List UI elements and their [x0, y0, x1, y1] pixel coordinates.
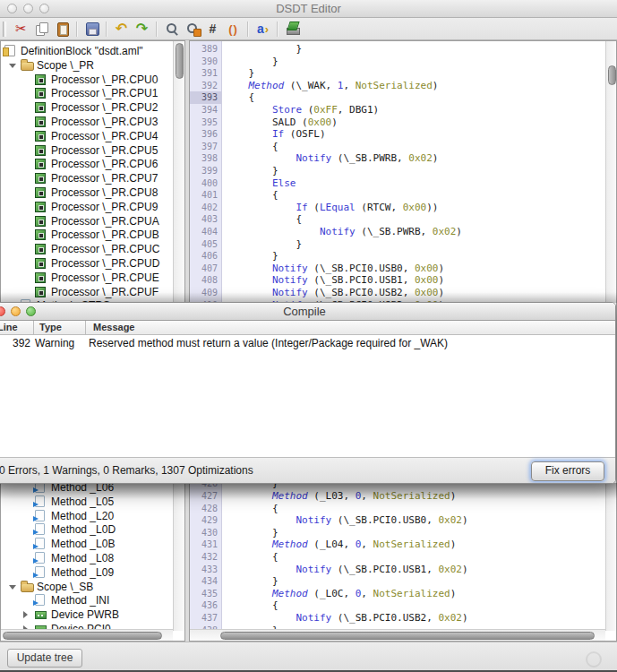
code-line[interactable]: Notify (\_SB.PCI0.USB0, 0x02): [225, 514, 468, 527]
code-line[interactable]: Notify (\_SB.PCI0.USB0, 0x00): [225, 263, 444, 275]
tree-item-method-ini[interactable]: Method _INI: [1, 593, 173, 607]
code-line[interactable]: Notify (\_SB.PCI0.USB2, 0x00): [225, 287, 444, 299]
column-header-message[interactable]: Message: [86, 321, 615, 334]
code-token: [225, 588, 272, 599]
tree-item-method-l08[interactable]: Method _L08: [1, 551, 173, 565]
code-line[interactable]: {: [225, 599, 279, 612]
code-token: ): [450, 588, 457, 599]
code-line[interactable]: If (LEqual (RTCW, 0x00)): [225, 202, 438, 214]
code-line[interactable]: {: [225, 189, 279, 202]
code-line[interactable]: Method (\_WAK, 1, NotSerialized): [225, 80, 438, 92]
find-button[interactable]: [162, 20, 181, 39]
chip-icon: [35, 287, 46, 297]
tree-item-scope-pr[interactable]: Scope \_PR: [1, 58, 173, 73]
find-replace-button[interactable]: [183, 20, 201, 39]
code-line[interactable]: Notify (\_SB.PCI0.USB2, 0x02): [225, 612, 468, 625]
code-line[interactable]: Method (_L0C, 0, NotSerialized): [225, 588, 456, 600]
tree-item-label: Processor \_PR.CPUB: [51, 228, 159, 242]
code-line[interactable]: }: [225, 67, 254, 80]
code-line[interactable]: }: [225, 527, 279, 539]
tree-item-scope-sb[interactable]: Scope \_SB: [1, 580, 173, 594]
tree-item-processor-pr-cpuf[interactable]: Processor \_PR.CPUF: [1, 285, 173, 299]
tree-item-processor-pr-cpua[interactable]: Processor \_PR.CPUA: [1, 214, 173, 228]
balance-parens-button[interactable]: [224, 20, 243, 39]
compile-button[interactable]: [283, 20, 302, 39]
code-line[interactable]: SALD (0x00): [225, 116, 338, 129]
code-line[interactable]: Notify (\_SB.PWRB, 0x02): [225, 152, 438, 165]
code-line[interactable]: Notify (\_SB.PCI0.USB1, 0x00): [225, 274, 444, 287]
code-token: (\_SB.PWRB,: [331, 152, 408, 164]
compile-result-row[interactable]: 392WarningReserved method must return a …: [0, 337, 615, 349]
code-line[interactable]: Method (_L03, 0, NotSerialized): [225, 490, 456, 503]
cut-button[interactable]: [12, 20, 30, 39]
toolbar-grip[interactable]: [3, 22, 6, 37]
tree-item-processor-pr-cpu2[interactable]: Processor \_PR.CPU2: [1, 100, 173, 115]
chevron-down-icon[interactable]: [9, 64, 16, 68]
code-line[interactable]: If (OSFL): [225, 128, 326, 141]
update-tree-button[interactable]: Update tree: [7, 649, 82, 668]
code-token: }: [225, 56, 279, 67]
code-line[interactable]: Notify (\_SB.PWRB, 0x02): [225, 226, 462, 238]
tree-item-processor-pr-cpuc[interactable]: Processor \_PR.CPUC: [1, 242, 173, 256]
copy-button[interactable]: [32, 20, 51, 39]
save-button[interactable]: [82, 20, 101, 39]
tree-item-processor-pr-cpu7[interactable]: Processor \_PR.CPU7: [1, 171, 173, 185]
code-line[interactable]: {: [225, 91, 254, 104]
code-line[interactable]: }: [225, 250, 279, 263]
column-header-line[interactable]: Line: [0, 321, 34, 334]
code-line[interactable]: Method (_L04, 0, NotSerialized): [225, 538, 456, 551]
tree-item-device-pwrb[interactable]: Device PWRB: [1, 607, 173, 622]
tree-item-processor-pr-cpu9[interactable]: Processor \_PR.CPU9: [1, 200, 173, 214]
tree-item-method-l05[interactable]: Method _L05: [1, 495, 173, 509]
chevron-down-icon[interactable]: [9, 585, 16, 590]
code-line[interactable]: }: [225, 165, 279, 177]
line-number: 391: [190, 67, 221, 80]
tree-item-processor-pr-cpu1[interactable]: Processor \_PR.CPU1: [1, 86, 173, 100]
tree-item-method-l09[interactable]: Method _L09: [1, 565, 173, 580]
code-line[interactable]: }: [225, 43, 302, 56]
column-header-type[interactable]: Type: [34, 321, 86, 334]
tree-item-processor-pr-cpub[interactable]: Processor \_PR.CPUB: [1, 228, 173, 242]
editor-vertical-scrollbar-thumb[interactable]: [608, 65, 616, 85]
code-line[interactable]: Notify (\_SB.PCI0.USB1, 0x02): [225, 564, 468, 576]
code-line[interactable]: }: [225, 238, 302, 251]
code-line[interactable]: {: [225, 551, 279, 564]
tree-item-processor-pr-cpu0[interactable]: Processor \_PR.CPU0: [1, 73, 173, 87]
paste-button[interactable]: [53, 20, 72, 39]
line-number: 429: [190, 514, 221, 527]
code-line[interactable]: Store (0xFF, DBG1): [225, 104, 379, 116]
tree-item-processor-pr-cpud[interactable]: Processor \_PR.CPUD: [1, 256, 173, 271]
tree-horizontal-scrollbar[interactable]: [1, 629, 173, 641]
tree-item-definitionblock-dsdt-aml-[interactable]: DefinitionBlock "dsdt.aml": [1, 44, 173, 58]
editor-horizontal-scrollbar-thumb[interactable]: [220, 632, 595, 640]
resize-grip[interactable]: [586, 651, 602, 668]
tree-item-processor-pr-cpu4[interactable]: Processor \_PR.CPU4: [1, 129, 173, 143]
line-number: 432: [190, 551, 221, 564]
tree-item-processor-pr-cpu6[interactable]: Processor \_PR.CPU6: [1, 157, 173, 171]
code-token: {: [225, 91, 254, 103]
code-line[interactable]: }: [225, 575, 279, 588]
code-line[interactable]: {: [225, 503, 279, 515]
chevron-right-icon[interactable]: [23, 611, 28, 618]
code-token: [225, 538, 272, 550]
goto-line-button[interactable]: [203, 20, 222, 39]
tree-item-method-l0b[interactable]: Method _L0B: [1, 537, 173, 551]
editor-horizontal-scrollbar[interactable]: [190, 629, 605, 641]
tree-item-processor-pr-cpu3[interactable]: Processor \_PR.CPU3: [1, 115, 173, 129]
tree-horizontal-scrollbar-thumb[interactable]: [3, 632, 162, 640]
code-line[interactable]: }: [225, 56, 279, 68]
tree-item-processor-pr-cpu8[interactable]: Processor \_PR.CPU8: [1, 185, 173, 200]
lowercase-button[interactable]: [253, 20, 272, 39]
code-token: NotSerialized: [373, 538, 450, 550]
redo-button[interactable]: [133, 20, 151, 39]
tree-item-method-l20[interactable]: Method _L20: [1, 509, 173, 523]
tree-item-processor-pr-cpue[interactable]: Processor \_PR.CPUE: [1, 271, 173, 285]
tree-vertical-scrollbar-thumb[interactable]: [176, 43, 184, 79]
code-line[interactable]: Else: [225, 177, 296, 190]
tree-item-processor-pr-cpu5[interactable]: Processor \_PR.CPU5: [1, 143, 173, 158]
fix-errors-button[interactable]: Fix errors: [531, 461, 604, 481]
tree-item-method-l0d[interactable]: Method _L0D: [1, 522, 173, 537]
code-line[interactable]: {: [225, 213, 302, 226]
code-line[interactable]: {: [225, 141, 279, 153]
undo-button[interactable]: [112, 20, 131, 39]
